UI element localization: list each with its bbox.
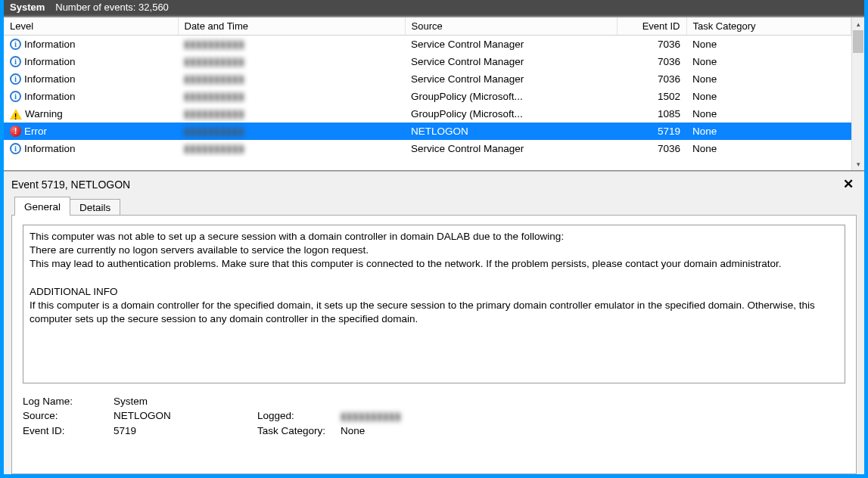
datetime-value: ▮▮▮▮▮▮▮▮▮▮	[184, 72, 244, 86]
log-name-label: Log Name:	[23, 396, 114, 407]
info-icon	[10, 73, 21, 85]
level-text: Error	[24, 124, 47, 138]
level-text: Information	[24, 54, 76, 69]
event-count: Number of events: 32,560	[55, 2, 169, 13]
event-id-value: 7036	[617, 53, 686, 70]
tab-bar: General Details	[11, 197, 857, 216]
source-label: Source:	[23, 410, 114, 422]
source-value: Service Control Manager	[405, 140, 617, 157]
table-row[interactable]: Information▮▮▮▮▮▮▮▮▮▮Service Control Man…	[4, 70, 851, 88]
scroll-down-arrow-icon[interactable]: ▾	[852, 157, 864, 170]
level-text: Warning	[25, 107, 63, 121]
event-id-value: 1502	[617, 88, 686, 105]
table-row[interactable]: Information▮▮▮▮▮▮▮▮▮▮GroupPolicy (Micros…	[4, 88, 851, 105]
details-header: Event 5719, NETLOGON ✕	[11, 176, 857, 197]
col-level[interactable]: Level	[4, 17, 178, 36]
event-id-value: 7036	[617, 140, 686, 157]
source-value: NETLOGON	[114, 410, 257, 422]
event-id-value: 5719	[114, 425, 257, 436]
info-icon	[10, 91, 21, 102]
level-text: Information	[24, 72, 76, 86]
source-value: Service Control Manager	[405, 36, 617, 54]
event-list[interactable]: Level Date and Time Source Event ID Task…	[4, 17, 851, 170]
datetime-value: ▮▮▮▮▮▮▮▮▮▮	[184, 107, 244, 121]
details-pane: Event 5719, NETLOGON ✕ General Details T…	[4, 171, 864, 474]
task-category-value: None	[341, 425, 365, 436]
scroll-track[interactable]	[852, 30, 864, 157]
event-id-value: 1085	[617, 105, 686, 123]
error-icon	[10, 126, 21, 137]
source-value: Service Control Manager	[405, 70, 617, 88]
task-category-value: None	[686, 53, 851, 70]
scroll-up-arrow-icon[interactable]: ▴	[852, 17, 864, 30]
info-icon	[10, 39, 21, 50]
event-description[interactable]: This computer was not able to set up a s…	[23, 225, 845, 383]
event-list-container: Level Date and Time Source Event ID Task…	[4, 16, 864, 171]
task-category-value: None	[686, 36, 851, 54]
datetime-value: ▮▮▮▮▮▮▮▮▮▮	[184, 37, 244, 51]
event-properties: Log Name: System Source: NETLOGON Logged…	[23, 396, 845, 439]
details-title: Event 5719, NETLOGON	[11, 178, 840, 191]
datetime-value: ▮▮▮▮▮▮▮▮▮▮	[184, 89, 244, 104]
level-text: Information	[24, 141, 76, 156]
scroll-thumb[interactable]	[853, 30, 863, 53]
warning-icon	[10, 109, 22, 120]
level-text: Information	[24, 37, 76, 51]
log-name-value: System	[114, 396, 257, 407]
table-row[interactable]: Warning▮▮▮▮▮▮▮▮▮▮GroupPolicy (Microsoft.…	[4, 105, 851, 123]
datetime-value: ▮▮▮▮▮▮▮▮▮▮	[184, 141, 244, 156]
scrollbar-vertical[interactable]: ▴ ▾	[851, 17, 864, 170]
col-task-category[interactable]: Task Category	[686, 17, 851, 36]
logged-value: ▮▮▮▮▮▮▮▮▮▮	[341, 410, 401, 422]
task-category-value: None	[686, 123, 851, 140]
event-id-value: 5719	[617, 123, 686, 140]
task-category-value: None	[686, 105, 851, 123]
tab-general[interactable]: General	[14, 197, 70, 216]
table-row[interactable]: Information▮▮▮▮▮▮▮▮▮▮Service Control Man…	[4, 53, 851, 70]
event-id-label: Event ID:	[23, 425, 114, 436]
tab-pane-general: This computer was not able to set up a s…	[11, 215, 857, 474]
info-icon	[10, 143, 21, 154]
source-value: GroupPolicy (Microsoft...	[405, 105, 617, 123]
event-id-value: 7036	[617, 36, 686, 54]
logged-label: Logged:	[257, 410, 341, 422]
col-event-id[interactable]: Event ID	[617, 17, 686, 36]
close-icon[interactable]: ✕	[840, 176, 857, 192]
info-icon	[10, 56, 21, 67]
source-value: GroupPolicy (Microsoft...	[405, 88, 617, 105]
source-value: Service Control Manager	[405, 53, 617, 70]
tab-details[interactable]: Details	[70, 199, 120, 216]
col-source[interactable]: Source	[405, 17, 617, 36]
event-viewer-window: System Number of events: 32,560 Level Da…	[4, 0, 864, 474]
task-category-value: None	[686, 140, 851, 157]
task-category-value: None	[686, 70, 851, 88]
table-row[interactable]: Information▮▮▮▮▮▮▮▮▮▮Service Control Man…	[4, 140, 851, 157]
log-name: System	[10, 2, 45, 13]
table-row[interactable]: Error▮▮▮▮▮▮▮▮▮▮NETLOGON5719None	[4, 123, 851, 140]
table-header-row[interactable]: Level Date and Time Source Event ID Task…	[4, 17, 851, 36]
level-text: Information	[24, 89, 76, 104]
datetime-value: ▮▮▮▮▮▮▮▮▮▮	[184, 124, 244, 138]
event-id-value: 7036	[617, 70, 686, 88]
source-value: NETLOGON	[405, 123, 617, 140]
task-category-value: None	[686, 88, 851, 105]
title-bar: System Number of events: 32,560	[4, 0, 864, 16]
col-datetime[interactable]: Date and Time	[178, 17, 405, 36]
table-row[interactable]: Information▮▮▮▮▮▮▮▮▮▮Service Control Man…	[4, 36, 851, 54]
datetime-value: ▮▮▮▮▮▮▮▮▮▮	[184, 54, 244, 69]
task-category-label: Task Category:	[257, 425, 341, 436]
